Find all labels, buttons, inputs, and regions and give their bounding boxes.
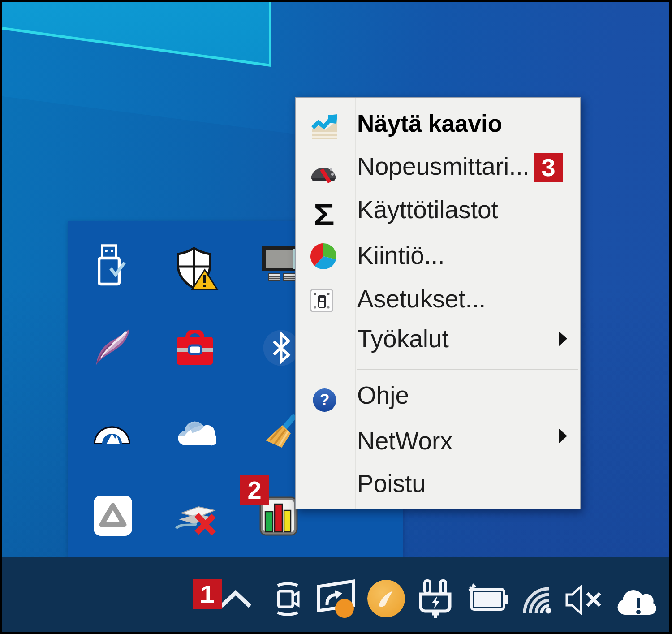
svg-text:?: ?: [320, 391, 330, 409]
